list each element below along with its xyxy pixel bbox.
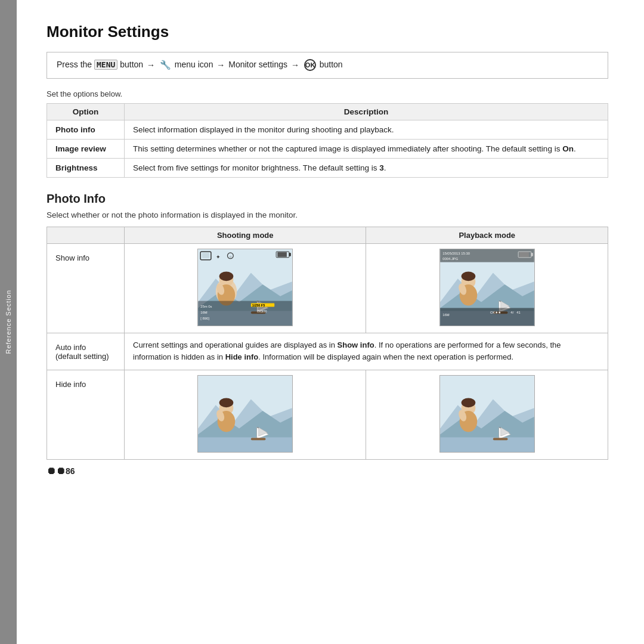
auto-info-label: Auto info(default setting): [55, 343, 109, 361]
instruction-menu-icon: menu icon: [175, 60, 215, 69]
page-title: Monitor Settings: [47, 23, 608, 41]
shooting-show-info-image: ✦ ○ 1/250 F5 25m 0s 16M [ 890]: [125, 243, 366, 333]
svg-rect-21: [198, 301, 292, 325]
svg-text:0004.JPG: 0004.JPG: [442, 256, 459, 260]
desc-image-review: This setting determines whether or not t…: [125, 139, 608, 158]
options-table: Option Description Photo info Select inf…: [47, 103, 608, 178]
svg-text:15/05/2013  15:30: 15/05/2013 15:30: [442, 251, 470, 255]
arrow-1: →: [147, 60, 155, 70]
svg-rect-45: [531, 252, 533, 256]
svg-text:4/: 4/: [510, 311, 513, 314]
desc-photo-info: Select information displayed in the moni…: [125, 120, 608, 139]
option-brightness: Brightness: [47, 158, 125, 177]
col-playback-mode: Playback mode: [366, 227, 608, 243]
svg-rect-55: [198, 438, 292, 453]
svg-text:25m 0s: 25m 0s: [200, 305, 212, 308]
svg-text:41: 41: [516, 311, 521, 314]
svg-point-57: [219, 398, 234, 408]
sidebar-label: Reference Section: [5, 290, 12, 354]
svg-text:100: 100: [262, 309, 267, 313]
table-row: Image review This setting determines whe…: [47, 139, 608, 158]
svg-point-34: [461, 271, 475, 281]
instruction-monitor: Monitor settings: [228, 60, 290, 69]
label-show-info: Show info: [47, 243, 125, 333]
svg-rect-17: [277, 252, 287, 256]
svg-rect-67: [440, 438, 534, 453]
wrench-icon: 🔧: [160, 60, 171, 70]
playback-hide-info-image: [366, 370, 608, 460]
svg-rect-16: [289, 252, 291, 256]
svg-text:1/250 F5: 1/250 F5: [252, 304, 265, 307]
instruction-box: Press the MENU button → 🔧 menu icon → Mo…: [47, 52, 608, 79]
svg-text:[ 890]: [ 890]: [200, 317, 209, 320]
table-row: Brightness Select from five settings for…: [47, 158, 608, 177]
svg-point-69: [461, 398, 475, 408]
svg-text:16M: 16M: [442, 313, 450, 317]
svg-rect-63: [251, 438, 266, 441]
arrow-3: →: [291, 60, 299, 70]
svg-rect-75: [493, 438, 508, 441]
desc-brightness: Select from five settings for monitor br…: [125, 158, 608, 177]
playback-show-info-image: 15/05/2013 15:30 0004.JPG 16M OK★★ 4/: [366, 243, 608, 333]
instruction-button: button: [120, 60, 145, 69]
section-title-photo-info: Photo Info: [47, 192, 608, 206]
set-options-text: Set the options below.: [47, 89, 608, 98]
row-hide-info: Hide info: [47, 370, 608, 460]
photo-info-table: Shooting mode Playback mode Show info: [47, 227, 608, 460]
instruction-prefix: Press the: [57, 60, 94, 69]
col-header-option: Option: [47, 103, 125, 120]
option-image-review: Image review: [47, 139, 125, 158]
instruction-suffix: button: [320, 60, 343, 69]
menu-key-label: MENU: [94, 60, 117, 70]
svg-text:○: ○: [230, 254, 232, 258]
arrow-2: →: [216, 60, 225, 70]
svg-rect-14: [202, 252, 209, 258]
auto-info-description: Current settings and operational guides …: [125, 333, 608, 370]
col-empty: [47, 227, 125, 243]
table-row: Photo info Select information displayed …: [47, 120, 608, 139]
col-shooting-mode: Shooting mode: [125, 227, 366, 243]
label-auto-info: Auto info(default setting): [47, 333, 125, 370]
row-show-info: Show info: [47, 243, 608, 333]
svg-text:16M: 16M: [200, 311, 208, 314]
label-hide-info: Hide info: [47, 370, 125, 460]
photo-info-description: Select whether or not the photo informat…: [47, 210, 608, 219]
page-number: ⏺⏺86: [47, 466, 608, 476]
option-photo-info: Photo info: [47, 120, 125, 139]
svg-rect-46: [519, 252, 529, 256]
row-auto-info: Auto info(default setting) Current setti…: [47, 333, 608, 370]
svg-text:OK★★: OK★★: [490, 311, 501, 314]
svg-point-6: [219, 271, 234, 281]
svg-text:✦: ✦: [216, 253, 221, 259]
ok-icon: OK: [304, 59, 316, 71]
shooting-hide-info-image: [125, 370, 366, 460]
col-header-description: Description: [125, 103, 608, 120]
